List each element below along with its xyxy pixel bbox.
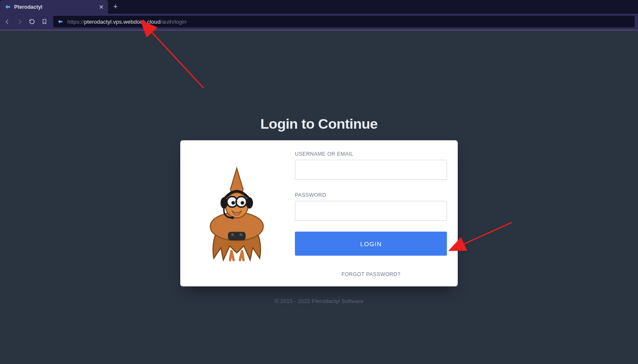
password-label: PASSWORD (295, 192, 447, 198)
svg-rect-1 (228, 232, 246, 240)
nav-back-icon[interactable] (3, 18, 11, 25)
tab-close-icon[interactable]: ✕ (99, 4, 104, 10)
url-scheme: https:// (67, 19, 84, 25)
site-identity-icon (57, 19, 63, 24)
password-input[interactable] (295, 201, 447, 221)
username-input[interactable] (295, 160, 447, 180)
forgot-password-link[interactable]: FORGOT PASSWORD? (341, 271, 400, 277)
page-title: Login to Continue (260, 116, 378, 132)
browser-tab-active[interactable]: Pterodactyl ✕ (0, 0, 108, 14)
login-card: USERNAME OR EMAIL PASSWORD LOGIN FORGOT … (180, 140, 458, 286)
browser-chrome: Pterodactyl ✕ + https://pterodactyl.vps.… (0, 0, 638, 31)
svg-point-7 (231, 201, 235, 205)
svg-point-2 (231, 233, 234, 236)
address-bar[interactable]: https://pterodactyl.vps.webdock.cloud/au… (53, 16, 635, 27)
nav-forward-icon[interactable] (16, 18, 23, 25)
username-label: USERNAME OR EMAIL (295, 151, 447, 157)
svg-point-10 (246, 197, 253, 208)
url-path: /auth/login (160, 19, 186, 25)
footer-copyright: © 2015 - 2022 Pterodactyl Software (275, 298, 363, 304)
address-bar-url: https://pterodactyl.vps.webdock.cloud/au… (67, 19, 186, 25)
login-button[interactable]: LOGIN (295, 232, 447, 256)
reload-icon[interactable] (28, 18, 36, 25)
bookmark-icon[interactable] (41, 18, 48, 25)
svg-point-3 (240, 233, 243, 236)
new-tab-button[interactable]: + (108, 0, 123, 14)
svg-point-11 (231, 216, 234, 219)
pterodactyl-mascot-icon (191, 151, 282, 277)
browser-toolbar: https://pterodactyl.vps.webdock.cloud/au… (0, 14, 638, 31)
page-content: Login to Continue (0, 31, 638, 364)
tab-strip: Pterodactyl ✕ + (0, 0, 638, 14)
url-host: pterodactyl.vps.webdock.cloud (84, 19, 161, 25)
tab-title: Pterodactyl (14, 4, 96, 10)
login-form: USERNAME OR EMAIL PASSWORD LOGIN FORGOT … (295, 151, 447, 277)
pterodactyl-favicon-icon (4, 4, 11, 10)
svg-point-8 (240, 201, 244, 205)
